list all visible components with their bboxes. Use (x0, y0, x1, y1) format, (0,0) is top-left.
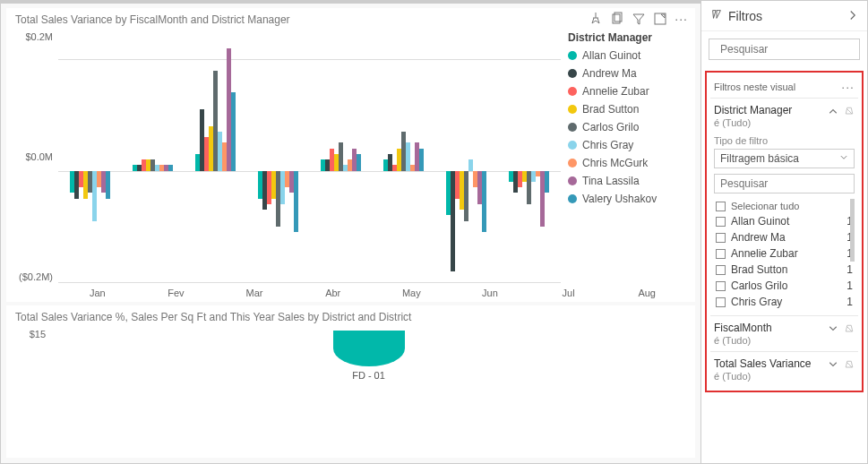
filter-value-row[interactable]: Brad Sutton1 (714, 262, 855, 278)
filter-type-label: Tipo de filtro (714, 135, 855, 146)
filter-value-label: Carlos Grilo (731, 279, 787, 292)
checkbox-icon[interactable] (716, 297, 726, 307)
filter-value-search[interactable] (714, 174, 855, 193)
legend-item[interactable]: Andrew Ma (568, 67, 686, 80)
legend-title: District Manager (568, 31, 686, 44)
legend-item[interactable]: Allan Guinot (568, 49, 686, 62)
bar[interactable] (294, 171, 298, 232)
chevron-right-icon[interactable] (847, 9, 858, 23)
svg-rect-2 (655, 13, 666, 24)
x-axis: JanFevMarAbrMayJunJulAug (58, 288, 686, 298)
bar[interactable] (419, 149, 424, 171)
bar[interactable] (468, 159, 473, 170)
bar[interactable] (106, 171, 110, 199)
main-canvas: ··· Total Sales Variance by FiscalMonth … (1, 1, 700, 463)
legend-swatch (568, 159, 577, 168)
legend-label: Tina Lassila (582, 175, 640, 187)
x-tick-label: Abr (305, 288, 361, 298)
legend-swatch (568, 194, 577, 203)
focus-icon[interactable] (653, 12, 667, 30)
x-tick-label: Jan (70, 288, 125, 298)
scrollbar-thumb[interactable] (850, 199, 855, 262)
legend-item[interactable]: Chris McGurk (568, 157, 686, 169)
filter-section-title: Filtros neste visual (714, 82, 795, 92)
legend-label: Annelie Zubar (582, 85, 649, 98)
legend-item[interactable]: Carlos Grilo (568, 121, 686, 133)
filter-value-row[interactable]: Andrew Ma1 (714, 229, 855, 245)
legend-item[interactable]: Valery Ushakov (568, 193, 686, 205)
bar[interactable] (464, 171, 468, 221)
section-more-icon[interactable]: ··· (841, 80, 855, 94)
bar[interactable] (482, 171, 486, 232)
filter-icon[interactable] (632, 12, 646, 30)
legend-label: Valery Ushakov (582, 193, 657, 205)
filter-value-row[interactable]: Chris Gray1 (714, 294, 855, 310)
legend-swatch (568, 51, 577, 60)
checkbox-icon[interactable] (716, 265, 726, 275)
chevron-down-icon (839, 152, 848, 165)
chevron-down-icon[interactable] (828, 322, 838, 338)
legend-swatch (568, 105, 577, 114)
filter-card-fiscalmonth[interactable]: FiscalMonth é (Tudo) (710, 315, 858, 351)
legend-swatch (568, 123, 577, 132)
filter-value-label: Allan Guinot (731, 215, 789, 228)
visual-bubble-chart[interactable]: Total Sales Variance %, Sales Per Sq Ft … (6, 305, 695, 458)
x-tick-label: Fev (148, 288, 203, 298)
bar[interactable] (357, 154, 361, 171)
filter-card-total-sales-variance[interactable]: Total Sales Variance é (Tudo) (710, 351, 858, 387)
pin-icon[interactable] (589, 12, 603, 30)
legend-label: Carlos Grilo (582, 121, 639, 133)
filter-value-count: 1 (847, 279, 853, 292)
legend-label: Andrew Ma (582, 67, 637, 80)
filter-value-row[interactable]: Allan Guinot1 (714, 213, 855, 229)
copy-icon[interactable] (610, 12, 624, 30)
bar-group (376, 31, 432, 282)
legend-swatch (568, 87, 577, 96)
filters-pane: Filtros Filtros neste visual ··· Distric… (700, 1, 867, 463)
x-tick-label: Aug (619, 288, 675, 298)
bar[interactable] (231, 92, 236, 170)
checkbox-icon[interactable] (716, 202, 726, 211)
checkbox-icon[interactable] (716, 281, 726, 291)
bar-group (314, 31, 369, 282)
filters-search-input[interactable] (720, 43, 855, 56)
legend-item[interactable]: Annelie Zubar (568, 85, 686, 98)
filters-search[interactable] (709, 39, 860, 60)
checkbox-icon[interactable] (716, 217, 726, 227)
clear-icon[interactable] (844, 357, 855, 374)
filter-section-visual: Filtros neste visual ··· District Manage… (705, 71, 864, 392)
filters-title: Filtros (728, 9, 762, 23)
filter-value-row[interactable]: Selecionar tudo (714, 199, 855, 213)
clear-icon[interactable] (844, 104, 855, 120)
visual-bar-chart[interactable]: ··· Total Sales Variance by FiscalMonth … (6, 8, 695, 302)
chevron-down-icon[interactable] (828, 357, 838, 374)
funnel-icon (710, 8, 723, 23)
more-icon[interactable]: ··· (675, 12, 688, 30)
legend-label: Brad Sutton (582, 103, 639, 116)
bubble-marker[interactable] (333, 331, 405, 366)
legend-item[interactable]: Chris Gray (568, 139, 686, 151)
bar[interactable] (545, 171, 549, 193)
filter-value-row[interactable]: Carlos Grilo1 (714, 278, 855, 294)
x-tick-label: May (383, 288, 439, 298)
checkbox-icon[interactable] (716, 249, 726, 259)
filter-values-list: Selecionar tudoAllan Guinot1Andrew Ma1An… (714, 199, 855, 310)
filter-type-select[interactable]: Filtragem básica (714, 149, 855, 168)
bar-group (502, 31, 557, 282)
clear-icon[interactable] (844, 322, 855, 338)
y-axis-2: $15 (15, 329, 51, 339)
chevron-up-icon[interactable] (828, 104, 838, 120)
chart-legend: District Manager Allan GuinotAndrew MaAn… (561, 31, 686, 282)
x-tick-label: Jun (462, 288, 518, 298)
chart2-plot: FD - 01 (51, 329, 686, 381)
bar-group (250, 31, 305, 282)
legend-item[interactable]: Tina Lassila (568, 175, 686, 187)
bar[interactable] (168, 165, 173, 170)
filter-card-district-manager[interactable]: District Manager é (Tudo) Tipo de filtro… (710, 98, 858, 315)
filter-value-row[interactable]: Annelie Zubar1 (714, 245, 855, 262)
filter-value-search-input[interactable] (720, 177, 855, 190)
bar-group (125, 31, 180, 282)
visual-toolbar: ··· (589, 12, 688, 30)
legend-item[interactable]: Brad Sutton (568, 103, 686, 116)
checkbox-icon[interactable] (716, 233, 726, 243)
